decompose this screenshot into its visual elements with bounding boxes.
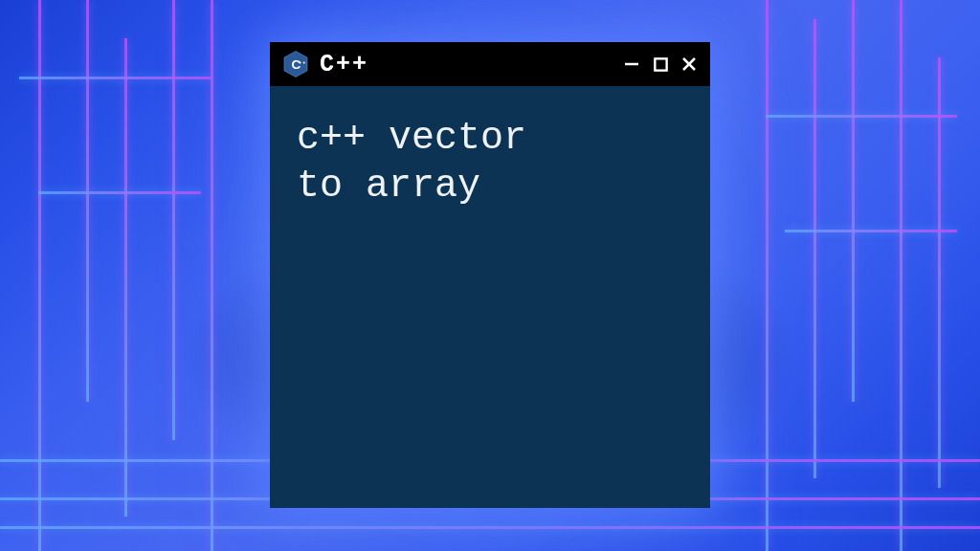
minimize-button[interactable] — [622, 55, 641, 74]
window-body: c++ vector to array — [270, 86, 710, 508]
cpp-logo-icon: C + + — [281, 50, 310, 78]
svg-text:+: + — [302, 59, 305, 65]
svg-rect-5 — [655, 58, 666, 70]
svg-text:+: + — [299, 59, 301, 65]
window-title: C++ — [320, 51, 612, 78]
maximize-button[interactable] — [651, 55, 670, 74]
window-controls — [622, 55, 699, 74]
close-button[interactable] — [679, 55, 699, 74]
terminal-window: C + + C++ c++ vector to array — [270, 42, 710, 508]
titlebar[interactable]: C + + C++ — [270, 42, 710, 86]
content-text: c++ vector to array — [297, 115, 683, 210]
